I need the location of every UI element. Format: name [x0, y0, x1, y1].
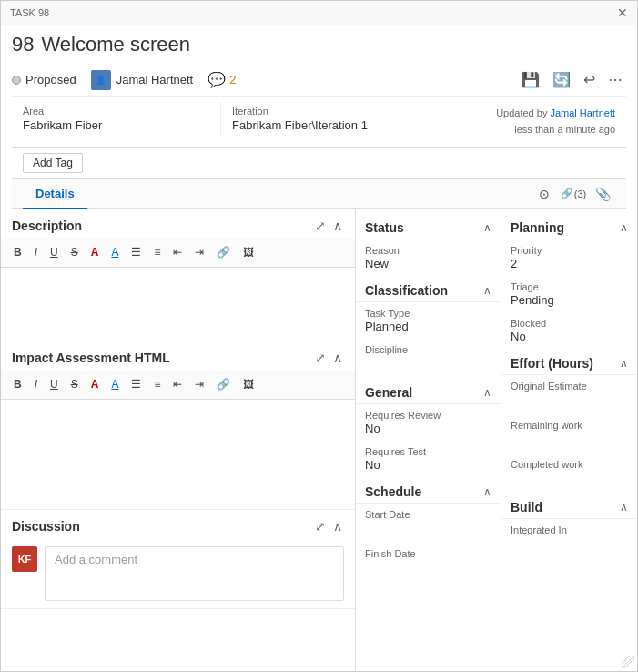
- schedule-title: Schedule: [365, 484, 421, 499]
- impact-link-btn[interactable]: 🔗: [211, 374, 236, 395]
- close-button[interactable]: ✕: [617, 6, 628, 19]
- impact-outdent-btn[interactable]: ⇤: [167, 374, 187, 395]
- impact-body[interactable]: [1, 400, 355, 509]
- requires-review-label: Requires Review: [365, 410, 491, 421]
- italic-btn[interactable]: I: [29, 242, 43, 263]
- status-collapse-btn[interactable]: ∧: [483, 221, 491, 234]
- status-badge[interactable]: Proposed: [12, 73, 76, 87]
- underline-btn[interactable]: U: [45, 242, 64, 263]
- impact-format-btn[interactable]: A: [106, 374, 124, 395]
- far-right-panel: Planning ∧ Priority 2 Triage Pending Blo…: [501, 209, 637, 671]
- integrated-in-value: [511, 536, 628, 553]
- description-body[interactable]: [1, 268, 355, 341]
- refresh-icon[interactable]: 🔄: [549, 69, 574, 90]
- reason-field[interactable]: Reason New: [356, 239, 501, 276]
- blocked-value: No: [511, 330, 628, 343]
- impact-highlight-btn[interactable]: A: [86, 374, 105, 395]
- triage-field[interactable]: Triage Pending: [501, 276, 637, 312]
- bold-btn[interactable]: B: [8, 242, 27, 263]
- attach-icon: 📎: [595, 187, 611, 201]
- description-expand-btn[interactable]: ⤢: [313, 217, 328, 235]
- description-toolbar: B I U S A A ☰ ≡ ⇤ ⇥ 🔗 🖼: [1, 239, 355, 268]
- triage-label: Triage: [511, 281, 628, 292]
- undo-icon[interactable]: ↩: [580, 69, 599, 90]
- image-btn[interactable]: 🖼: [238, 242, 259, 263]
- iteration-field[interactable]: Iteration Fabrikam Fiber\Iteration 1: [221, 102, 430, 136]
- resize-handle[interactable]: [622, 656, 634, 668]
- discussion-expand-btn[interactable]: ⤢: [313, 517, 328, 535]
- history-icon-btn[interactable]: ⊙: [532, 181, 557, 207]
- impact-bullet-btn[interactable]: ☰: [126, 374, 147, 395]
- impact-expand-btn[interactable]: ⤢: [313, 349, 328, 367]
- attach-icon-btn[interactable]: 📎: [590, 181, 615, 207]
- iteration-value: Fabrikam Fiber\Iteration 1: [232, 118, 419, 132]
- save-icon[interactable]: 💾: [518, 69, 543, 90]
- priority-field[interactable]: Priority 2: [501, 239, 637, 276]
- iteration-label: Iteration: [232, 106, 419, 117]
- original-estimate-field[interactable]: Original Estimate: [501, 375, 637, 414]
- finish-date-field[interactable]: Finish Date: [356, 543, 501, 582]
- fields-bar: Area Fabrikam Fiber Iteration Fabrikam F…: [12, 97, 626, 148]
- impact-numbered-btn[interactable]: ≡: [148, 374, 166, 395]
- impact-indent-btn[interactable]: ⇥: [189, 374, 209, 395]
- bullet-list-btn[interactable]: ☰: [126, 242, 147, 263]
- more-icon[interactable]: ⋯: [604, 69, 626, 90]
- comment-input[interactable]: Add a comment: [45, 546, 344, 601]
- format-btn[interactable]: A: [106, 242, 124, 263]
- completed-work-field[interactable]: Completed work: [501, 453, 637, 493]
- discussion-section: Discussion ⤢ ∧ KF Add a comment: [1, 510, 355, 609]
- task-name[interactable]: Welcome screen: [41, 33, 189, 56]
- comment-badge[interactable]: 💬 2: [208, 71, 236, 88]
- link-btn[interactable]: 🔗: [211, 242, 236, 263]
- window-title: TASK 98: [10, 7, 49, 18]
- numbered-list-btn[interactable]: ≡: [148, 242, 166, 263]
- general-collapse-btn[interactable]: ∧: [483, 386, 491, 399]
- effort-collapse-btn[interactable]: ∧: [620, 357, 628, 370]
- comment-input-area: KF Add a comment: [1, 539, 355, 608]
- meta-bar: Proposed 👤 Jamal Hartnett 💬 2 💾 🔄 ↩ ⋯: [12, 64, 626, 97]
- discussion-collapse-btn[interactable]: ∧: [331, 517, 344, 535]
- tag-bar: Add Tag: [12, 148, 626, 179]
- outdent-btn[interactable]: ⇤: [167, 242, 187, 263]
- highlight-btn[interactable]: A: [86, 242, 105, 263]
- blocked-field[interactable]: Blocked No: [501, 312, 637, 349]
- description-controls: ⤢ ∧: [313, 217, 344, 235]
- assigned-user[interactable]: 👤 Jamal Hartnett: [91, 70, 194, 90]
- status-title: Status: [365, 220, 404, 235]
- requires-review-value: No: [365, 422, 491, 435]
- middle-panel: Status ∧ Reason New Classification ∧ Tas…: [356, 209, 501, 671]
- links-icon-btn[interactable]: 🔗 (3): [561, 181, 586, 207]
- planning-title: Planning: [511, 220, 564, 235]
- impact-italic-btn[interactable]: I: [29, 374, 43, 395]
- schedule-collapse-btn[interactable]: ∧: [483, 485, 491, 498]
- discipline-value: [365, 356, 491, 372]
- build-collapse-btn[interactable]: ∧: [620, 501, 628, 514]
- comment-count: 2: [229, 73, 236, 87]
- indent-btn[interactable]: ⇥: [189, 242, 209, 263]
- start-date-field[interactable]: Start Date: [356, 504, 501, 543]
- strikethrough-btn[interactable]: S: [66, 242, 84, 263]
- impact-underline-btn[interactable]: U: [45, 374, 64, 395]
- remaining-work-field[interactable]: Remaining work: [501, 414, 637, 453]
- area-field[interactable]: Area Fabrikam Fiber: [12, 102, 221, 136]
- requires-test-field[interactable]: Requires Test No: [356, 441, 501, 477]
- original-estimate-label: Original Estimate: [511, 381, 628, 392]
- reason-value: New: [365, 257, 491, 270]
- discipline-field[interactable]: Discipline: [356, 339, 501, 378]
- start-date-label: Start Date: [365, 509, 491, 520]
- impact-collapse-btn[interactable]: ∧: [331, 349, 344, 367]
- integrated-in-field[interactable]: Integrated In: [501, 519, 637, 558]
- description-header: Description ⤢ ∧: [1, 209, 355, 239]
- impact-strikethrough-btn[interactable]: S: [66, 374, 84, 395]
- updated-by-link[interactable]: Jamal Hartnett: [550, 107, 615, 118]
- impact-bold-btn[interactable]: B: [8, 374, 27, 395]
- impact-image-btn[interactable]: 🖼: [238, 374, 259, 395]
- tab-details[interactable]: Details: [23, 179, 87, 209]
- add-tag-button[interactable]: Add Tag: [23, 153, 83, 173]
- impact-toolbar: B I U S A A ☰ ≡ ⇤ ⇥ 🔗 🖼: [1, 371, 355, 400]
- requires-review-field[interactable]: Requires Review No: [356, 404, 501, 441]
- planning-collapse-btn[interactable]: ∧: [620, 221, 628, 234]
- classification-collapse-btn[interactable]: ∧: [483, 284, 491, 297]
- description-collapse-btn[interactable]: ∧: [331, 217, 344, 235]
- task-type-field[interactable]: Task Type Planned: [356, 302, 501, 339]
